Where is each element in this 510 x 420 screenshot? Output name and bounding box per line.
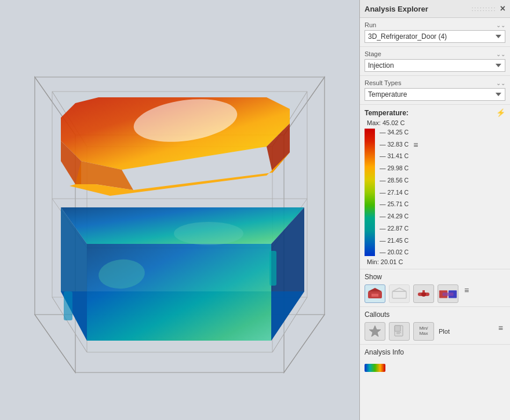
legend-label-item: — 20.02 C xyxy=(380,249,409,256)
stage-chevron-icon[interactable]: ⌄⌄ xyxy=(496,51,505,57)
panel-title: Analysis Explorer xyxy=(365,5,428,13)
legend-container: — 34.25 C— 32.83 C— 31.41 C— 29.98 C— 28… xyxy=(365,129,409,256)
close-button[interactable]: × xyxy=(500,3,505,14)
show-colored-icon-btn[interactable] xyxy=(438,284,458,303)
run-section-label: Run ⌄⌄ xyxy=(365,21,505,28)
legend-labels: — 34.25 C— 32.83 C— 31.41 C— 29.98 C— 28… xyxy=(376,129,409,256)
scene-container xyxy=(0,0,359,420)
svg-point-36 xyxy=(421,292,426,297)
callout-icons-row: Min/Max Plot ≡ xyxy=(365,322,505,341)
legend-label-item: — 31.41 C xyxy=(380,152,409,160)
svg-rect-32 xyxy=(371,294,378,297)
legend-label-item: — 27.14 C xyxy=(380,189,409,196)
svg-marker-34 xyxy=(392,288,406,291)
svg-marker-41 xyxy=(369,326,381,337)
legend-label-item: — 32.83 C xyxy=(380,141,409,148)
result-types-chevron-icon[interactable]: ⌄⌄ xyxy=(496,80,505,86)
legend-and-menu: — 34.25 C— 32.83 C— 31.41 C— 29.98 C— 28… xyxy=(365,129,505,256)
min-value: 20.01 C xyxy=(381,258,403,265)
temperature-header: Temperature: ⚡ xyxy=(365,108,505,117)
callout-minmax-btn[interactable]: Min/Max xyxy=(413,322,434,341)
show-section: Show xyxy=(360,269,510,307)
svg-rect-40 xyxy=(443,293,454,296)
callouts-section: Callouts Min/Max Plo xyxy=(360,307,510,345)
svg-marker-31 xyxy=(368,288,382,291)
run-section: Run ⌄⌄ 3D_Refrigerator_Door (4) xyxy=(360,18,510,47)
svg-rect-27 xyxy=(269,251,276,286)
result-types-section-label: Result Types ⌄⌄ xyxy=(365,79,505,86)
show-outline-icon-btn[interactable] xyxy=(389,284,410,303)
legend-label-item: — 24.29 C xyxy=(380,213,409,220)
legend-label-item: — 28.56 C xyxy=(380,177,409,184)
run-chevron-icon[interactable]: ⌄⌄ xyxy=(496,22,505,28)
colored-part-icon xyxy=(438,287,458,301)
max-value: 45.02 C xyxy=(382,119,405,126)
show-icons-row: ≡ xyxy=(365,284,505,303)
color-bar xyxy=(365,129,376,256)
callout-document-icon-btn[interactable] xyxy=(389,322,410,341)
analysis-info-label: Analysis Info xyxy=(365,348,505,356)
svg-rect-46 xyxy=(365,364,385,372)
svg-rect-29 xyxy=(365,129,375,256)
pin-icon xyxy=(368,324,382,338)
runner-icon xyxy=(416,287,432,301)
panel-header: Analysis Explorer ::::::::: × xyxy=(360,0,510,18)
stage-label: Stage xyxy=(365,50,381,57)
legend-label-item: — 22.87 C xyxy=(380,225,409,232)
temperature-max: Max: 45.02 C xyxy=(365,119,505,126)
show-menu-icon[interactable]: ≡ xyxy=(462,284,471,296)
color-ramp-icon xyxy=(365,361,385,374)
viewport[interactable] xyxy=(0,0,359,420)
result-types-label: Result Types xyxy=(365,79,401,86)
analysis-info-section: Analysis Info xyxy=(360,345,510,379)
filled-mold-icon xyxy=(367,287,383,301)
min-label: Min: xyxy=(367,258,379,265)
callout-pin-icon-btn[interactable] xyxy=(365,322,385,341)
max-label: Max: xyxy=(367,119,381,126)
legend-label-item: — 25.71 C xyxy=(380,200,409,208)
document-icon xyxy=(392,324,406,338)
stage-section: Stage ⌄⌄ FillPackInjectionCool xyxy=(360,47,510,76)
callouts-label: Callouts xyxy=(365,311,505,319)
temperature-min: Min: 20.01 C xyxy=(365,258,505,265)
result-types-section: Result Types ⌄⌄ TemperaturePressureVeloc… xyxy=(360,76,510,105)
svg-rect-43 xyxy=(395,326,400,331)
outline-mold-icon xyxy=(391,287,407,301)
legend-label-item: — 29.98 C xyxy=(380,165,409,172)
run-dropdown[interactable]: 3D_Refrigerator_Door (4) xyxy=(365,30,505,43)
callouts-menu-icon[interactable]: ≡ xyxy=(496,322,505,334)
result-types-dropdown[interactable]: TemperaturePressureVelocityShear Stress xyxy=(365,88,505,101)
legend-menu-icon[interactable]: ≡ xyxy=(411,139,420,151)
svg-rect-33 xyxy=(392,291,406,298)
panel-header-controls: ::::::::: × xyxy=(472,3,505,14)
callout-plot-btn[interactable]: Plot xyxy=(439,328,450,335)
analysis-explorer-panel: Analysis Explorer ::::::::: × Run ⌄⌄ 3D_… xyxy=(359,0,510,420)
lightning-icon[interactable]: ⚡ xyxy=(496,108,505,117)
show-label: Show xyxy=(365,273,505,281)
show-runner-icon-btn[interactable] xyxy=(413,284,434,303)
temperature-section: Temperature: ⚡ Max: 45.02 C xyxy=(360,105,510,269)
show-filled-icon-btn[interactable] xyxy=(365,284,385,303)
stage-dropdown[interactable]: FillPackInjectionCool xyxy=(365,59,505,72)
run-label: Run xyxy=(365,21,376,28)
svg-rect-37 xyxy=(422,290,425,293)
legend-label-item: — 21.45 C xyxy=(380,237,409,244)
drag-handle-icon[interactable]: ::::::::: xyxy=(472,6,497,12)
svg-point-26 xyxy=(174,222,243,245)
temperature-title: Temperature: xyxy=(365,109,409,117)
legend-label-item: — 34.25 C xyxy=(380,129,409,136)
svg-marker-24 xyxy=(87,244,271,341)
analysis-info-icon-btn[interactable] xyxy=(365,360,385,376)
svg-rect-28 xyxy=(64,291,72,320)
stage-section-label: Stage ⌄⌄ xyxy=(365,50,505,57)
